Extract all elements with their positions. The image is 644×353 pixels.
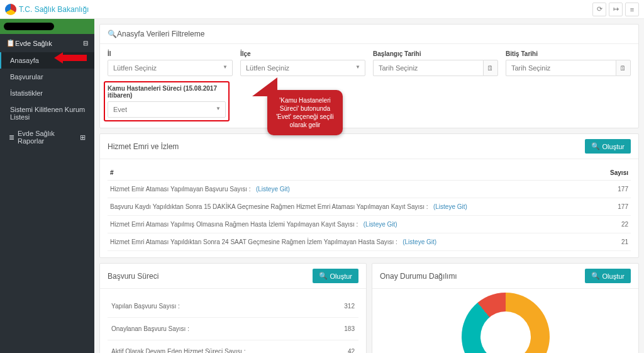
annotation-arrow [63, 55, 87, 61]
user-avatar [4, 23, 54, 30]
basvuru-panel: Başvuru Süreci 🔍Oluştur Yapılan Başvuru … [99, 263, 367, 353]
brand-text: T.C. Sağlık Bakanlığı [19, 5, 89, 14]
onay-title: Onay Durumu Dağılımı [380, 272, 457, 281]
sidebar-item-istatistikler[interactable]: İstatistikler [0, 85, 94, 101]
filter-title: 🔍 Anasyfa Verileri Filtreleme [100, 25, 638, 44]
ilce-label: İlçe [240, 50, 365, 57]
collapse-icon: ⊟ [83, 40, 88, 47]
main-content: 🔍 Anasyfa Verileri Filtreleme İl Lütfen … [94, 19, 644, 353]
sidebar: 📋 Evde Sağlık ⊟ Anasayfa Başvurular İsta… [0, 19, 94, 353]
topbar: T.C. Sağlık Bakanlığı ⟳ ↦ ≡ [0, 0, 644, 19]
refresh-button[interactable]: ⟳ [592, 3, 606, 16]
bitis-label: Bitiş Tarihi [506, 50, 631, 57]
calendar-icon[interactable]: 🗓 [483, 60, 499, 76]
il-select[interactable]: Lütfen Seçiniz [108, 60, 233, 76]
filter-panel: 🔍 Anasyfa Verileri Filtreleme İl Lütfen … [99, 24, 639, 128]
table-row: Aktif Olarak Devam Eden Hizmet Süreci Sa… [108, 340, 358, 354]
exit-button[interactable]: ↦ [609, 3, 623, 16]
hizmet-table: #Sayısı Hizmet Emir Ataması Yapılmayan B… [108, 165, 631, 251]
listeye-git-link[interactable]: (Listeye Git) [256, 186, 290, 193]
list-icon: ≣ [9, 133, 14, 142]
brand: T.C. Sağlık Bakanlığı [5, 4, 89, 15]
table-row: Yapılan Başvuru Sayısı :312 [108, 295, 358, 318]
search-icon: 🔍 [591, 272, 600, 280]
onay-panel: Onay Durumu Dağılımı 🔍Oluştur Karar Veri… [372, 263, 639, 353]
table-row: Hizmet Emir Ataması Yapılmayan Başvuru S… [108, 181, 631, 198]
listeye-git-link[interactable]: (Listeye Git) [402, 238, 436, 245]
sidebar-item-basvurular[interactable]: Başvurular [0, 69, 94, 85]
annotation-callout: 'Kamu Hastaneleri Süreci' butonunda 'Eve… [267, 90, 343, 135]
user-row [0, 19, 94, 34]
ilce-select[interactable]: Lütfen Seçiniz [240, 60, 365, 76]
hizmet-panel: Hizmet Emri ve İzlem 🔍Oluştur #Sayısı Hi… [99, 133, 639, 258]
table-row: Onaylanan Başvuru Sayısı :183 [108, 318, 358, 340]
basvuru-olustur-button[interactable]: 🔍Oluştur [313, 269, 358, 283]
search-icon: 🔍 [591, 142, 600, 150]
table-row: Hizmet Emri Ataması Yapılmış Olmasına Ra… [108, 216, 631, 233]
search-icon: 🔍 [108, 30, 117, 38]
basvuru-title: Başvuru Süreci [108, 272, 158, 281]
il-label: İl [108, 50, 233, 57]
clipboard-icon: 📋 [6, 39, 15, 47]
baslangic-input[interactable] [373, 60, 483, 76]
table-row: Hizmet Emri Ataması Yapıldıktan Sonra 24… [108, 233, 631, 251]
baslangic-label: Başlangıç Tarihi [373, 50, 498, 57]
kamu-select[interactable]: Evet [108, 101, 226, 118]
kamu-label: Kamu Hastaneleri Süreci (15.08.2017 itib… [108, 85, 226, 99]
sidebar-item-kilitlenen[interactable]: Sistemi Kilitlenen Kurum Listesi [0, 101, 94, 125]
search-icon: 🔍 [319, 272, 328, 280]
hizmet-title: Hizmet Emri ve İzlem [108, 142, 179, 151]
table-row: Başvuru Kaydı Yapıldıktan Sonra 15 DAKİK… [108, 198, 631, 216]
menu-button[interactable]: ≡ [625, 3, 639, 16]
hizmet-olustur-button[interactable]: 🔍Oluştur [585, 139, 631, 154]
sidebar-section[interactable]: 📋 Evde Sağlık ⊟ [0, 34, 94, 52]
expand-icon: ⊞ [80, 133, 86, 142]
calendar-icon[interactable]: 🗓 [616, 60, 631, 76]
onay-olustur-button[interactable]: 🔍Oluştur [585, 269, 631, 283]
listeye-git-link[interactable]: (Listeye Git) [433, 203, 467, 210]
sidebar-item-raporlar[interactable]: ≣Evde Sağlık Raporlar⊞ [0, 125, 94, 149]
bitis-input[interactable] [506, 60, 616, 76]
listeye-git-link[interactable]: (Listeye Git) [364, 221, 397, 228]
logo-icon [5, 4, 16, 15]
basvuru-table: Yapılan Başvuru Sayısı :312Onaylanan Baş… [108, 295, 358, 353]
onay-donut-chart [462, 293, 550, 353]
